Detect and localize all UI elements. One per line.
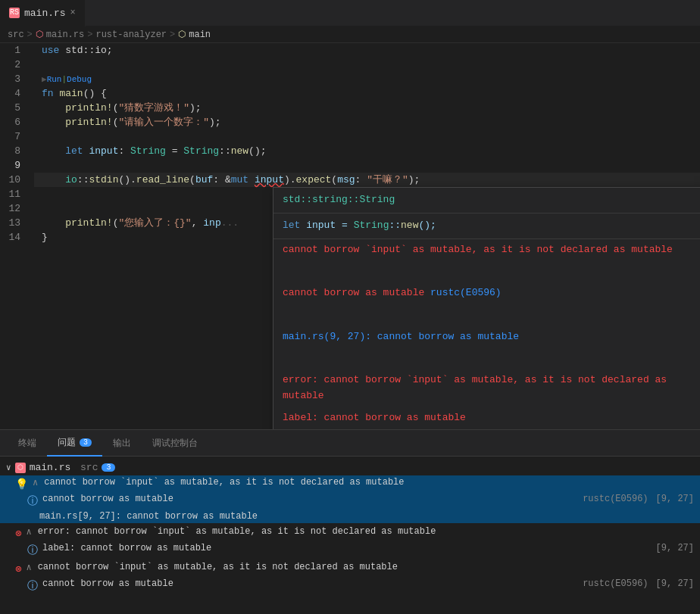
panel-tab-debug[interactable]: 调试控制台 (142, 430, 208, 457)
breadcrumb-main: main (189, 30, 211, 40)
problems-filename: main.rs (30, 462, 71, 473)
expand-1[interactable]: ∧ (33, 477, 38, 488)
breadcrumb-main-icon: ⬡ (178, 29, 186, 40)
tab-close-button[interactable]: × (70, 8, 76, 18)
breadcrumb-sep1: > (27, 30, 33, 40)
ln-10: 10 (0, 173, 28, 187)
panel-tab-terminal-label: 终端 (18, 437, 36, 450)
tooltip-code-hint: let input = String::new(); (273, 213, 700, 239)
tab-file-icon: RS (9, 8, 20, 18)
error-subitem-3a: ⓘ cannot borrow as mutable rustc(E0596) … (0, 577, 700, 594)
ln-13: 13 (0, 216, 28, 230)
code-line-8 (34, 158, 700, 173)
tooltip-label: label: cannot borrow as mutable (273, 407, 700, 429)
error-subitem-1a: ⓘ cannot borrow as mutable rustc(E0596) … (0, 492, 700, 510)
panel-tab-terminal[interactable]: 终端 (8, 430, 47, 457)
tab-filename: main.rs (24, 8, 66, 19)
code-line-5: println!("请输入一个数字："); (34, 115, 700, 129)
expand-2[interactable]: ∧ (26, 526, 31, 538)
ln-9: 9 (0, 158, 28, 173)
problems-count: 3 (102, 463, 115, 472)
breadcrumb-src: src (8, 30, 24, 40)
tooltip-popup: std::string::String let input = String::… (273, 187, 700, 429)
tooltip-spacer-1 (273, 260, 700, 282)
breadcrumb-sep3: > (170, 30, 175, 40)
panel-tab-output-label: 输出 (113, 437, 131, 450)
ln-12: 12 (0, 201, 28, 216)
run-link[interactable]: Run (47, 75, 62, 84)
ln-14: 14 (0, 230, 28, 245)
error-code-1a: rustc(E0596) (577, 494, 648, 504)
error-icon-3: ⊗ (15, 563, 21, 575)
tooltip-error-2: cannot borrow as mutable rustc(E0596) (273, 282, 700, 304)
ln-4: 4 (0, 86, 28, 101)
panel-tab-problems[interactable]: 问题 3 (47, 430, 102, 457)
error-text-3: cannot borrow `input` as mutable, as it … (38, 562, 694, 572)
error-subitem-2a: ⓘ label: cannot borrow as mutable [9, 27… (0, 541, 700, 559)
tooltip-spacer-2 (273, 304, 700, 326)
panel-tab-debug-label: 调试控制台 (152, 437, 198, 450)
editor-container: 1 2 3 4 5 6 7 8 9 10 11 12 13 14 use std… (0, 43, 700, 429)
error-text-1: cannot borrow `input` as mutable, as it … (44, 477, 694, 488)
error-text-2: error: cannot borrow `input` as mutable,… (38, 526, 694, 537)
tooltip-type-hint: std::string::String (273, 188, 700, 213)
error-item-3[interactable]: ⊗ ∧ cannot borrow `input` as mutable, as… (0, 560, 700, 577)
breadcrumb-file-icon: ⬡ (36, 29, 43, 40)
ln-1: 1 (0, 43, 28, 58)
breadcrumb-mainrs: main.rs (46, 30, 84, 40)
info-icon-2a: ⓘ (27, 544, 38, 557)
ln-5: 5 (0, 101, 28, 115)
debug-link[interactable]: Debug (67, 75, 92, 84)
error-subtext-2a: label: cannot borrow as mutable (42, 543, 648, 553)
error-item-2[interactable]: ⊗ ∧ error: cannot borrow `input` as muta… (0, 525, 700, 541)
code-line-1: use std::io; (34, 43, 700, 58)
tooltip-error-1: cannot borrow `input` as mutable, as it … (273, 239, 700, 261)
file-chevron[interactable]: ∨ (6, 463, 11, 472)
error-subitem-1b: main.rs[9, 27]: cannot borrow as mutable (0, 510, 700, 523)
error-loc-2a: [9, 27] (656, 543, 694, 553)
ln-7: 7 (0, 129, 28, 144)
code-line-9: io::stdin().read_line(buf: &mut input).e… (34, 173, 700, 187)
problems-panel: ∨ ⬡ main.rs src 3 💡 ∧ cannot borrow `inp… (0, 457, 700, 614)
tooltip-spacer-3 (273, 348, 700, 370)
problems-file-header: ∨ ⬡ main.rs src 3 (0, 460, 700, 475)
code-area[interactable]: use std::io; ▶ Run | Debug fn main() { p… (34, 43, 700, 429)
panel-tab-output[interactable]: 输出 (102, 430, 142, 457)
error-subtext-1a: cannot borrow as mutable (42, 494, 573, 504)
error-loc-1a: [9, 27] (656, 494, 694, 504)
run-debug-hint: ▶ Run | Debug (34, 72, 700, 86)
code-line-4: println!("猜数字游戏！"); (34, 101, 700, 115)
breadcrumb-sep2: > (87, 30, 92, 40)
ln-8: 8 (0, 144, 28, 158)
line-numbers: 1 2 3 4 5 6 7 8 9 10 11 12 13 14 (0, 43, 34, 429)
info-icon-3a: ⓘ (27, 579, 38, 593)
breadcrumb-rust-analyzer: rust-analyzer (95, 30, 167, 40)
breadcrumb: src > ⬡ main.rs > rust-analyzer > ⬡ main (0, 26, 700, 43)
error-item-1[interactable]: 💡 ∧ cannot borrow `input` as mutable, as… (0, 475, 700, 492)
problems-badge: 3 (80, 438, 92, 447)
panel: 终端 问题 3 输出 调试控制台 ∨ ⬡ main.rs src 3 💡 ∧ c… (0, 429, 700, 614)
ln-11: 11 (0, 187, 28, 201)
ln-2: 2 (0, 58, 28, 72)
error-loc-3a: [9, 27] (656, 578, 694, 589)
code-line-3: fn main() { (34, 86, 700, 101)
code-line-2 (34, 58, 700, 72)
tab-bar: RS main.rs × (0, 0, 700, 26)
tab-main-rs[interactable]: RS main.rs × (0, 0, 86, 26)
problems-file-icon: ⬡ (15, 463, 26, 473)
bulb-icon-1: 💡 (15, 478, 28, 491)
panel-tab-problems-label: 问题 (58, 436, 76, 449)
info-icon-1a: ⓘ (27, 494, 38, 508)
tooltip-error-3: error: cannot borrow `input` as mutable,… (273, 369, 700, 407)
error-subtext-3a: cannot borrow as mutable (42, 578, 573, 589)
tooltip-location: main.rs(9, 27): cannot borrow as mutable (273, 326, 700, 348)
code-line-7: let input: String = String::new(); (34, 144, 700, 158)
code-line-6 (34, 129, 700, 144)
error-icon-2: ⊗ (15, 527, 21, 540)
error-subtext-1b: main.rs[9, 27]: cannot borrow as mutable (39, 511, 694, 522)
ln-6: 6 (0, 115, 28, 129)
error-code-3a: rustc(E0596) (577, 578, 648, 589)
panel-tabs: 终端 问题 3 输出 调试控制台 (0, 430, 700, 457)
problems-src: src (74, 462, 98, 473)
expand-3[interactable]: ∧ (26, 562, 31, 573)
